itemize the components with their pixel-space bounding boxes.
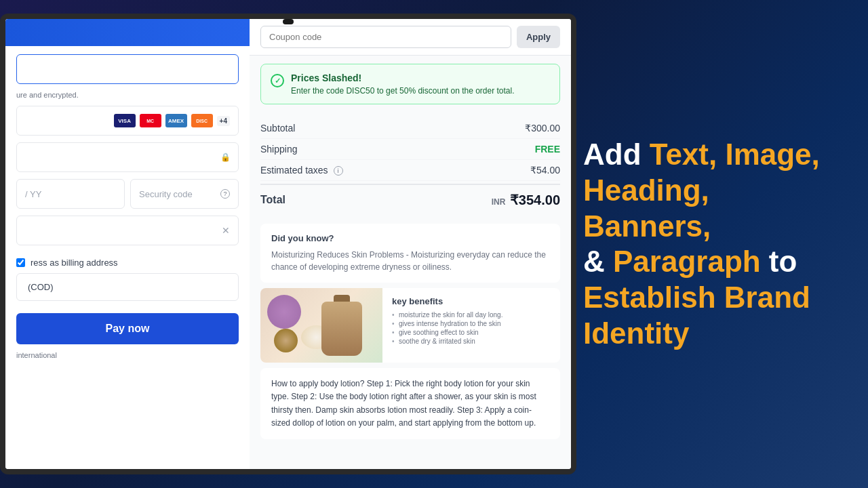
- brand-highlight-3: Paragraph: [613, 245, 761, 278]
- benefits-title: key benefits: [392, 296, 551, 306]
- nut-decoration: [274, 329, 298, 352]
- name-input-row[interactable]: ✕: [16, 216, 239, 245]
- total-row: Total INR ₹354.00: [260, 184, 560, 213]
- brand-headline: Add Text, Image, Heading, Banners, & Par…: [583, 137, 841, 352]
- total-currency: INR: [492, 197, 506, 207]
- did-you-know-text: Moisturizing Reduces Skin Problems - Moi…: [271, 249, 549, 273]
- subtotal-value: ₹300.00: [525, 123, 560, 134]
- security-help-icon[interactable]: ?: [220, 189, 230, 199]
- taxes-value: ₹54.00: [530, 165, 560, 176]
- brand-highlight-5: Identity: [583, 317, 689, 350]
- top-bar: [5, 19, 250, 46]
- brand-highlight-2: Heading, Banners,: [583, 173, 711, 242]
- total-amount-group: INR ₹354.00: [492, 192, 560, 208]
- subtotal-label: Subtotal: [260, 123, 295, 134]
- total-label: Total: [260, 194, 285, 206]
- expiry-input[interactable]: / YY: [16, 179, 125, 209]
- expiry-security-row: / YY Security code ?: [16, 179, 239, 209]
- flower-decoration: [267, 295, 301, 329]
- more-cards-badge: +4: [217, 116, 230, 126]
- shipping-row: Shipping FREE: [260, 139, 560, 160]
- lock-icon: 🔒: [220, 152, 230, 162]
- device-frame: ure and encrypted. VISA MC AMEX DISC +4 …: [0, 14, 576, 474]
- key-benefits-card: key benefits moisturize the skin for all…: [260, 288, 560, 363]
- subtotal-row: Subtotal ₹300.00: [260, 118, 560, 139]
- card-holder-input[interactable]: 🔒: [16, 142, 239, 172]
- cod-row: (COD): [16, 273, 239, 301]
- benefits-image: [260, 288, 382, 363]
- benefit-item-2: gives intense hydration to the skin: [392, 319, 551, 328]
- brand-highlight-1: Text, Image,: [650, 138, 820, 171]
- brand-section: Add Text, Image, Heading, Banners, & Par…: [583, 137, 841, 352]
- pay-now-button[interactable]: Pay now: [16, 313, 239, 344]
- mastercard-icon: MC: [140, 114, 161, 127]
- expiry-label: / YY: [25, 189, 41, 199]
- billing-address-checkbox-row[interactable]: ress as billing address: [16, 252, 239, 273]
- international-text: international: [16, 351, 239, 359]
- benefit-item-1: moisturize the skin for all day long.: [392, 310, 551, 319]
- benefit-item-3: give soothing effect to skin: [392, 328, 551, 337]
- taxes-row: Estimated taxes i ₹54.00: [260, 160, 560, 181]
- brand-line3: & Paragraph to: [583, 245, 797, 278]
- did-you-know-title: Did you know?: [271, 233, 549, 243]
- cod-label: (COD): [28, 282, 54, 292]
- benefit-item-4: soothe dry & irritated skin: [392, 337, 551, 346]
- discover-icon: DISC: [191, 114, 213, 127]
- card-icons-row: VISA MC AMEX DISC +4: [16, 106, 239, 136]
- checkout-right-panel: Apply ✓ Prices Slashed! Enter the code D…: [250, 19, 571, 469]
- promo-content: Prices Slashed! Enter the code DISC50 to…: [291, 73, 515, 96]
- security-code-input[interactable]: Security code ?: [130, 179, 239, 209]
- brand-line1: Add Text, Image,: [583, 138, 820, 171]
- did-you-know-section: Did you know? Moisturizing Reduces Skin …: [260, 224, 560, 283]
- taxes-label: Estimated taxes i: [260, 165, 343, 176]
- taxes-info-icon[interactable]: i: [334, 166, 343, 176]
- security-code-label: Security code: [139, 189, 193, 199]
- checkout-left-panel: ure and encrypted. VISA MC AMEX DISC +4 …: [5, 19, 250, 469]
- shipping-value: FREE: [535, 144, 560, 155]
- total-value: ₹354.00: [510, 192, 560, 207]
- product-bottle: [321, 302, 362, 356]
- device-screen: ure and encrypted. VISA MC AMEX DISC +4 …: [5, 19, 571, 469]
- coupon-input[interactable]: [260, 26, 511, 48]
- billing-label: ress as billing address: [31, 258, 118, 268]
- promo-title: Prices Slashed!: [291, 73, 515, 83]
- promo-check-icon: ✓: [271, 74, 284, 87]
- shipping-label: Shipping: [260, 144, 298, 155]
- secure-text: ure and encrypted.: [16, 91, 239, 99]
- visa-icon: VISA: [114, 114, 136, 127]
- clear-icon[interactable]: ✕: [222, 225, 230, 236]
- webcam: [283, 19, 294, 24]
- card-number-input[interactable]: [16, 54, 239, 84]
- apply-coupon-button[interactable]: Apply: [517, 26, 560, 48]
- left-content: ure and encrypted. VISA MC AMEX DISC +4 …: [5, 46, 250, 367]
- coupon-row: Apply: [250, 19, 571, 56]
- how-to-apply-section: How to apply body lotion? Step 1: Pick t…: [260, 368, 560, 439]
- brand-highlight-4: Establish Brand: [583, 281, 810, 314]
- how-to-text: How to apply body lotion? Step 1: Pick t…: [271, 378, 549, 430]
- promo-banner: ✓ Prices Slashed! Enter the code DISC50 …: [260, 64, 560, 104]
- billing-checkbox[interactable]: [16, 258, 25, 267]
- promo-description: Enter the code DISC50 to get 50% discoun…: [291, 86, 515, 96]
- price-rows: Subtotal ₹300.00 Shipping FREE Estimated…: [250, 113, 571, 218]
- amex-icon: AMEX: [165, 114, 187, 127]
- benefits-content: key benefits moisturize the skin for all…: [382, 288, 560, 363]
